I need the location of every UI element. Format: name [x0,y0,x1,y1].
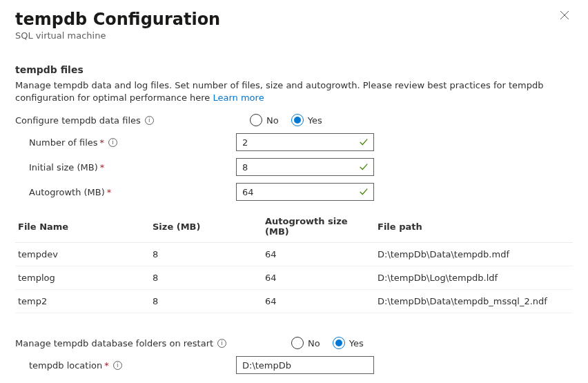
radio-icon [250,114,262,126]
configure-data-files-label: Configure tempdb data files i [15,115,236,126]
close-icon [559,10,570,21]
required-asterisk: * [107,187,112,197]
info-icon[interactable]: i [113,361,122,370]
radio-yes-label: Yes [308,115,322,126]
configure-data-files-label-text: Configure tempdb data files [15,115,141,126]
tempdb-files-table: File Name Size (MB) Autogrowth size (MB)… [15,210,573,313]
info-icon[interactable]: i [217,339,226,348]
initial-size-input[interactable] [236,158,374,176]
tempdb-location-input[interactable] [236,356,374,374]
table-row: tempdev 8 64 D:\tempDb\Data\tempdb.mdf [15,243,573,266]
tempdb-location-label: tempdb location * i [15,360,236,371]
col-header-file-name: File Name [15,210,150,243]
radio-icon [291,114,304,126]
configure-data-files-yes[interactable]: Yes [291,114,322,126]
page-subtitle: SQL virtual machine [15,30,559,41]
table-header-row: File Name Size (MB) Autogrowth size (MB)… [15,210,573,243]
cell-size: 8 [150,243,262,266]
number-of-files-label: Number of files * i [15,137,236,148]
label-text: Number of files [29,137,98,148]
section-description: Manage tempdb data and log files. Set nu… [15,79,573,104]
table-row: temp2 8 64 D:\tempDb\Data\tempdb_mssql_2… [15,290,573,313]
cell-size: 8 [150,266,262,290]
description-text: Manage tempdb data and log files. Set nu… [15,80,543,103]
cell-path: D:\tempDb\Log\tempdb.ldf [375,266,573,290]
cell-path: D:\tempDb\Data\tempdb.mdf [375,243,573,266]
cell-path: D:\tempDb\Data\tempdb_mssql_2.ndf [375,290,573,313]
cell-file-name: tempdev [15,243,150,266]
radio-icon [333,337,345,349]
configure-data-files-no[interactable]: No [250,114,279,126]
manage-folders-no[interactable]: No [291,337,320,349]
checkmark-icon [359,162,369,172]
label-text: tempdb location [29,360,102,371]
manage-folders-label-text: Manage tempdb database folders on restar… [15,338,213,348]
initial-size-label: Initial size (MB) * [15,162,236,173]
col-header-size: Size (MB) [150,210,262,243]
required-asterisk: * [104,360,109,371]
required-asterisk: * [100,162,105,173]
cell-growth: 64 [262,266,375,290]
learn-more-link[interactable]: Learn more [213,92,264,103]
manage-folders-label: Manage tempdb database folders on restar… [15,338,291,348]
col-header-autogrowth: Autogrowth size (MB) [262,210,375,243]
checkmark-icon [359,187,369,197]
cell-size: 8 [150,290,262,313]
close-button[interactable] [559,10,573,23]
cell-growth: 64 [262,243,375,266]
label-text: Initial size (MB) [29,162,98,173]
manage-folders-yes[interactable]: Yes [333,337,364,349]
radio-no-label: No [308,338,320,348]
radio-yes-label: Yes [349,338,364,348]
cell-file-name: templog [15,266,150,290]
cell-growth: 64 [262,290,375,313]
col-header-file-path: File path [375,210,573,243]
info-icon[interactable]: i [108,138,117,147]
cell-file-name: temp2 [15,290,150,313]
autogrowth-input[interactable] [236,183,374,201]
checkmark-icon [359,137,369,147]
autogrowth-label: Autogrowth (MB) * [15,187,236,197]
required-asterisk: * [100,137,105,148]
radio-icon [291,337,304,349]
number-of-files-input[interactable] [236,133,374,151]
page-title: tempdb Configuration [15,10,559,29]
radio-no-label: No [266,115,279,126]
label-text: Autogrowth (MB) [29,187,105,197]
section-heading-tempdb-files: tempdb files [15,64,573,75]
table-row: templog 8 64 D:\tempDb\Log\tempdb.ldf [15,266,573,290]
info-icon[interactable]: i [145,116,154,125]
